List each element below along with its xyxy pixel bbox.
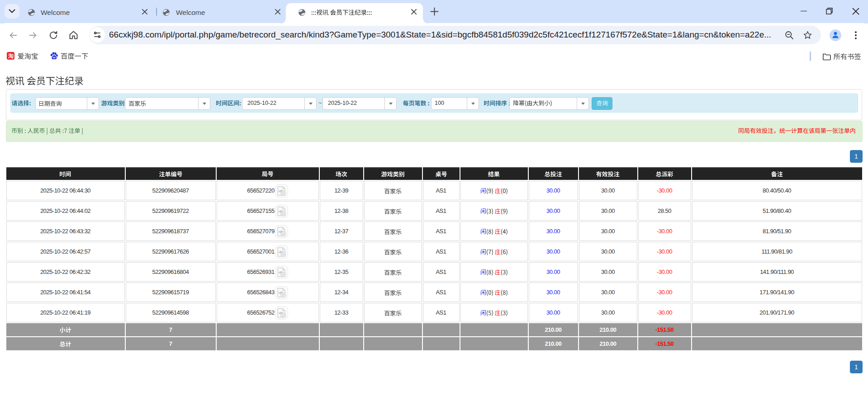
svg-text:du: du bbox=[53, 56, 56, 59]
